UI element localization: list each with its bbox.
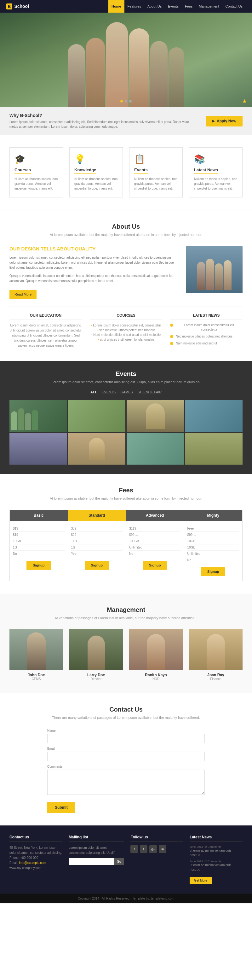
- team-name-3: Ranith Kays: [129, 673, 183, 677]
- fee-basic-body: $19 $19 10GB 1G No Signup: [10, 521, 68, 574]
- hero-dot-3[interactable]: [129, 100, 132, 102]
- footer-copyright: Copyright 2014 - All Rights Reserved - T…: [0, 894, 252, 904]
- team-name-1: John Doe: [10, 673, 63, 677]
- hero-section: ▲: [0, 13, 252, 107]
- apply-now-button[interactable]: Apply Now: [206, 116, 242, 126]
- fee-standard-row1: $39: [71, 525, 123, 532]
- nav-features[interactable]: Features: [124, 0, 144, 13]
- nav-events[interactable]: Events: [165, 0, 182, 13]
- about-right: [186, 246, 242, 299]
- twitter-icon[interactable]: t: [140, 845, 147, 853]
- footer-news-title: Latest News: [190, 835, 242, 842]
- tab-games[interactable]: GAMES: [120, 390, 133, 394]
- footer-address: 48 Street, New York, Lorem ipsum dolor s…: [10, 845, 62, 856]
- knowledge-desc: Nullam ac rhoncus sapien, non gravida pu…: [74, 177, 118, 191]
- hero-dot-1[interactable]: [120, 100, 123, 102]
- news-dot-3: [170, 342, 173, 345]
- about-para1: Lorem ipsum dolor sit amet, consectetur …: [10, 255, 176, 270]
- mailing-form: Go: [69, 858, 124, 865]
- fee-mighty-row5: Unlimited: [187, 551, 239, 557]
- latestnews-col-title: LATEST NEWS: [170, 313, 242, 320]
- fee-advanced-row3: 100GB: [129, 538, 181, 544]
- event-image-8: [185, 433, 242, 465]
- submit-button[interactable]: Submit: [47, 802, 75, 813]
- mailing-go-button[interactable]: Go: [114, 858, 124, 865]
- events-tabs: ALL EVENTS GAMES SCIENCE FAIR: [10, 390, 242, 394]
- googleplus-icon[interactable]: g+: [149, 845, 157, 853]
- team-member-3: Ranith Kays HOD: [129, 629, 183, 681]
- nav-fees[interactable]: Fees: [182, 0, 196, 13]
- fee-col-advanced: Advanced $119 $99 ... 100GB Unlimited No…: [126, 510, 184, 581]
- fee-basic-signup[interactable]: Signup: [27, 561, 51, 570]
- nav-contact[interactable]: Contact Us: [222, 0, 246, 13]
- footer-follow-col: Follow us f t g+ in: [130, 835, 183, 884]
- team-photo-larrydoe: [69, 629, 123, 670]
- why-description: Lorem ipsum dolor sit amet, consectetur …: [10, 119, 192, 129]
- footer-email-link[interactable]: info@example.com: [19, 861, 46, 865]
- footer-news-item-1: June 2014 | 2 Comments ut enim ad minim …: [190, 845, 242, 857]
- comments-label: Comments: [47, 765, 205, 768]
- facebook-icon[interactable]: f: [130, 845, 138, 853]
- fee-basic-row2: $19: [13, 532, 65, 538]
- contact-title: Contact Us: [10, 706, 242, 713]
- mailing-email-input[interactable]: [69, 858, 114, 865]
- name-label: Name: [47, 729, 205, 732]
- logo[interactable]: B School: [6, 3, 29, 10]
- about-section: About Us At lorem ipsum available, but t…: [0, 210, 252, 361]
- fee-advanced-signup[interactable]: Signup: [143, 561, 167, 570]
- knowledge-title: Knowledge: [74, 167, 96, 174]
- fees-title: Fees: [10, 487, 242, 494]
- form-group-email: Email: [47, 747, 205, 761]
- news-title: Latest News: [194, 167, 218, 174]
- feature-knowledge: 💡 Knowledge Nullam ac rhoncus sapien, no…: [69, 147, 123, 197]
- comments-textarea[interactable]: [47, 770, 205, 795]
- course-item-2: Nec molestie ultrices poteat nec rhoncus: [90, 328, 162, 332]
- linkedin-icon[interactable]: in: [159, 845, 166, 853]
- events-section: Events Lorem ipsum dolor sit amet, conse…: [0, 361, 252, 474]
- tab-sciencefair[interactable]: SCIENCE FAIR: [138, 390, 162, 394]
- tab-events[interactable]: EVENTS: [102, 390, 116, 394]
- news-dot-1: [170, 324, 173, 327]
- fee-standard-body: $39 $29 1TB 1G Yes Signup: [68, 521, 126, 574]
- fee-mighty-signup[interactable]: Signup: [201, 567, 225, 576]
- footer-news-date-2: June 2014 | 2 Comments: [190, 860, 242, 863]
- hero-dot-2[interactable]: [125, 100, 127, 102]
- event-image-6: [68, 433, 125, 465]
- fee-standard-header: Standard: [68, 510, 126, 521]
- footer-news-date-1: June 2014 | 2 Comments: [190, 845, 242, 848]
- news-text-3: Nam molestie efficiend sed ut: [176, 341, 217, 346]
- fee-mighty-header: Mighty: [184, 510, 242, 521]
- news-dot-2: [170, 335, 173, 338]
- fee-basic-row1: $19: [13, 525, 65, 532]
- team-role-3: HOD: [129, 677, 183, 681]
- hero-arrow-up[interactable]: ▲: [242, 97, 247, 104]
- fee-basic-row5: No: [13, 551, 65, 557]
- nav-management[interactable]: Management: [196, 0, 222, 13]
- fee-col-basic: Basic $19 $19 10GB 1G No Signup: [10, 510, 68, 581]
- events-top-grid: [10, 400, 242, 432]
- footer-grid: Contact us 48 Street, New York, Lorem ip…: [10, 835, 242, 884]
- why-text: Why B-School? Lorem ipsum dolor sit amet…: [10, 113, 192, 129]
- copyright-text: Copyright 2014 - All Rights Reserved - T…: [78, 897, 174, 900]
- events-feature-icon: 📋: [134, 154, 178, 164]
- team-grid: John Doe CEMS Larry Doe Director Ranith …: [10, 629, 242, 681]
- features-section: 🎓 Courses Nullam ac rhoncus sapien, non …: [0, 135, 252, 210]
- nav-home[interactable]: Home: [108, 0, 124, 13]
- get-more-button[interactable]: Get More: [190, 877, 212, 884]
- read-more-button[interactable]: Read More: [10, 290, 36, 299]
- news-item-2: Nec molestie ultrices poteat nec rhoncus: [170, 334, 242, 339]
- about-tagline: OUR DESIGN TELLS ABOUT QUALITY: [10, 246, 176, 251]
- knowledge-icon: 💡: [74, 154, 118, 164]
- footer-contact-title: Contact us: [10, 835, 62, 842]
- email-input[interactable]: [47, 752, 205, 761]
- team-role-4: Finance: [189, 677, 242, 681]
- event-image-2: [68, 400, 125, 432]
- name-input[interactable]: [47, 733, 205, 743]
- fee-standard-row3: 1TB: [71, 538, 123, 544]
- team-name-2: Larry Doe: [69, 673, 123, 677]
- event-image-5: [10, 433, 67, 465]
- tab-all[interactable]: ALL: [90, 390, 97, 394]
- fee-standard-signup[interactable]: Signup: [85, 561, 109, 570]
- fee-standard-row2: $29: [71, 532, 123, 538]
- nav-about[interactable]: About Us: [144, 0, 165, 13]
